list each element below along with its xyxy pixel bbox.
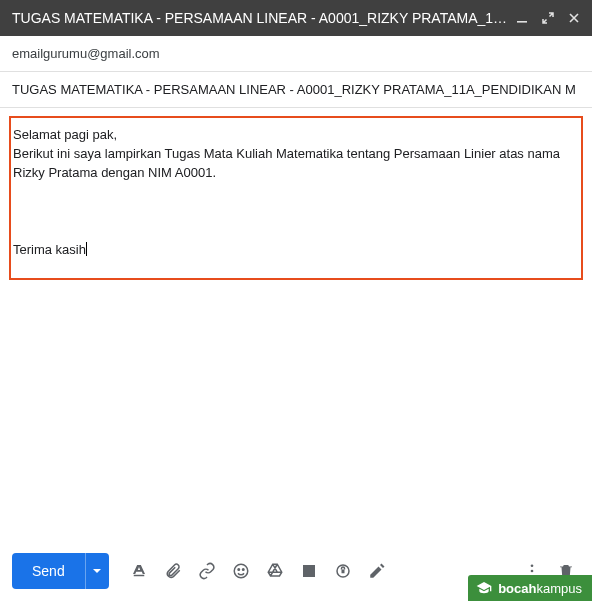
expand-icon[interactable] bbox=[538, 8, 558, 28]
text-format-icon[interactable] bbox=[129, 561, 149, 581]
watermark-badge: bocahkampus bbox=[468, 575, 592, 601]
attach-icon[interactable] bbox=[163, 561, 183, 581]
svg-rect-0 bbox=[517, 21, 527, 23]
send-button[interactable]: Send bbox=[12, 553, 85, 589]
watermark-text: bocahkampus bbox=[498, 581, 582, 596]
pen-icon[interactable] bbox=[367, 561, 387, 581]
subject-row[interactable]: TUGAS MATEMATIKA - PERSAMAAN LINEAR - A0… bbox=[0, 72, 592, 108]
image-icon[interactable] bbox=[299, 561, 319, 581]
emoji-icon[interactable] bbox=[231, 561, 251, 581]
svg-point-7 bbox=[531, 570, 534, 573]
compose-title: TUGAS MATEMATIKA - PERSAMAAN LINEAR - A0… bbox=[12, 10, 512, 26]
send-button-group: Send bbox=[12, 553, 109, 589]
svg-point-2 bbox=[238, 569, 240, 571]
graduation-cap-icon bbox=[476, 580, 492, 596]
recipient-row[interactable]: emailgurumu@gmail.com bbox=[0, 36, 592, 72]
svg-point-6 bbox=[531, 564, 534, 567]
body-line-closing: Terima kasih bbox=[13, 241, 579, 260]
close-icon[interactable] bbox=[564, 8, 584, 28]
svg-rect-5 bbox=[341, 570, 344, 574]
send-more-button[interactable] bbox=[85, 553, 109, 589]
formatting-tools bbox=[129, 561, 387, 581]
confidential-icon[interactable] bbox=[333, 561, 353, 581]
body-line-greeting: Selamat pagi pak, bbox=[13, 126, 579, 145]
recipient-value: emailgurumu@gmail.com bbox=[12, 46, 160, 61]
subject-value: TUGAS MATEMATIKA - PERSAMAAN LINEAR - A0… bbox=[12, 82, 576, 97]
minimize-icon[interactable] bbox=[512, 8, 532, 28]
body-gap bbox=[13, 183, 579, 241]
svg-point-3 bbox=[242, 569, 244, 571]
text-caret bbox=[86, 242, 87, 256]
body-area[interactable]: Selamat pagi pak, Berikut ini saya lampi… bbox=[0, 108, 592, 280]
drive-icon[interactable] bbox=[265, 561, 285, 581]
header-window-controls bbox=[512, 8, 584, 28]
svg-point-1 bbox=[234, 564, 248, 578]
body-highlight-box: Selamat pagi pak, Berikut ini saya lampi… bbox=[9, 116, 583, 280]
compose-header: TUGAS MATEMATIKA - PERSAMAAN LINEAR - A0… bbox=[0, 0, 592, 36]
body-line-content: Berikut ini saya lampirkan Tugas Mata Ku… bbox=[13, 145, 579, 183]
link-icon[interactable] bbox=[197, 561, 217, 581]
